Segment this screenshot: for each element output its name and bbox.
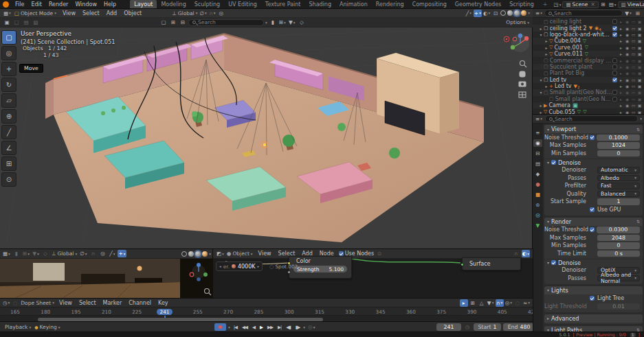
presets-icon[interactable]: ⇅: [636, 127, 640, 132]
strength-slider[interactable]: Strength 5.100: [293, 266, 347, 272]
camera-toggle-icon[interactable]: ▣: [636, 71, 643, 75]
pointer-icon[interactable]: ▸: [618, 78, 624, 82]
expand-icon[interactable]: ▸: [544, 38, 549, 43]
play-button[interactable]: ▶: [258, 325, 264, 330]
surface-socket[interactable]: [460, 263, 464, 266]
pin-icon[interactable]: ⊙: [375, 250, 384, 257]
solid-shading-icon[interactable]: [188, 251, 194, 257]
exclude-checkbox[interactable]: [612, 71, 617, 75]
outliner-row[interactable]: ▢ceiling light▸◉▭▣: [533, 19, 644, 25]
proportional-icon[interactable]: ◎▾: [504, 299, 513, 307]
monitor-icon[interactable]: ▭: [630, 51, 636, 56]
tab-view-layer[interactable]: ▤: [533, 160, 542, 167]
denoise-checkbox[interactable]: [551, 260, 556, 265]
expand-icon[interactable]: ▾: [538, 90, 544, 95]
menu-item[interactable]: Help: [100, 0, 120, 9]
gizmo-toggle-icon[interactable]: +▾: [474, 10, 482, 17]
outliner-row[interactable]: ▸▶Camera▣▸◉▭▣: [533, 102, 644, 108]
proportional-edit-icon[interactable]: ◎: [217, 10, 225, 17]
start-frame-field[interactable]: Start1: [474, 323, 501, 331]
viewport-menu-item[interactable]: View: [59, 9, 79, 18]
playback-dropdown[interactable]: Playback▾: [4, 323, 32, 331]
menu-item[interactable]: Render: [45, 0, 71, 9]
expand-icon[interactable]: ▾: [538, 32, 544, 37]
dope-menu-item[interactable]: Channel: [125, 299, 155, 307]
camera-toggle-icon[interactable]: ▣: [636, 84, 643, 89]
tab-output[interactable]: ⊟: [533, 150, 542, 157]
eye-icon[interactable]: ◉: [624, 58, 630, 63]
scene-browse-icon[interactable]: ◳▾: [553, 1, 562, 8]
eye-icon[interactable]: ◉: [624, 78, 630, 82]
shield-icon[interactable]: ◇: [298, 19, 306, 26]
play-reverse-button[interactable]: ◀: [251, 325, 256, 330]
monitor-icon[interactable]: ▭: [630, 65, 636, 69]
viewport-menu-item[interactable]: Object: [120, 9, 145, 18]
solid-shading-icon[interactable]: [507, 10, 513, 16]
panel-header[interactable]: ▾Render⇅: [544, 218, 643, 226]
annotate-icon[interactable]: ╱▾: [465, 10, 473, 17]
camera-toggle-icon[interactable]: ▣: [636, 103, 643, 108]
add-workspace-button[interactable]: +: [539, 0, 552, 9]
snap-target-icon[interactable]: ∅▾: [79, 250, 87, 257]
expand-icon[interactable]: ▸: [544, 84, 549, 89]
monitor-icon[interactable]: ▭: [630, 103, 636, 108]
wireframe-shading-icon[interactable]: [500, 10, 506, 16]
camera-toggle-icon[interactable]: ▣: [636, 45, 643, 50]
material-output-node[interactable]: Surface: [462, 257, 521, 270]
camera-toggle-icon[interactable]: ▣: [636, 90, 643, 95]
cursor-tool[interactable]: ◎: [1, 46, 16, 60]
tool-option-icon-1[interactable]: ▢: [12, 19, 21, 26]
workspace-tab[interactable]: Sculpting: [190, 0, 224, 9]
pointer-icon[interactable]: ▸: [618, 65, 624, 69]
shader-menu-item[interactable]: View: [255, 249, 275, 258]
outliner-display-mode-icon[interactable]: ≡▾: [535, 10, 543, 17]
pointer-icon[interactable]: ▸: [618, 32, 624, 37]
viewlayer-field[interactable]: ▥ViewLayer: [618, 1, 644, 8]
filter-icon[interactable]: ▼▾: [32, 250, 40, 257]
workspace-tab[interactable]: UV Editing: [224, 0, 261, 9]
panel-header[interactable]: ▸Advanced: [544, 314, 643, 323]
exclude-checkbox[interactable]: [612, 97, 617, 102]
active-tool-icon[interactable]: ▣: [3, 19, 11, 26]
noise-threshold-checkbox[interactable]: [590, 135, 595, 140]
exclude-checkbox[interactable]: [612, 78, 617, 82]
shading-dropdown-icon[interactable]: ▾: [209, 252, 211, 256]
next-slot-icon[interactable]: ▸: [258, 264, 260, 268]
snap-target-icon[interactable]: ∅▾: [199, 10, 207, 17]
outliner-row[interactable]: ▾▢Led tv▸◉▭▣: [533, 77, 644, 83]
denoise-subpanel-header[interactable]: ▾Denoise: [544, 159, 643, 166]
jump-to-start-button[interactable]: |◀: [232, 325, 238, 330]
monitor-icon[interactable]: ▭: [630, 26, 636, 31]
workspace-tab[interactable]: Compositing: [408, 0, 451, 9]
pan-hand-icon[interactable]: [520, 71, 525, 77]
shader-canvas[interactable]: Color Strength 5.100 Surface ◂ er. 4000K…: [213, 259, 533, 299]
collection-icon[interactable]: ⊞▾: [22, 250, 30, 257]
automerge-icon[interactable]: ≈▾: [522, 299, 531, 307]
frame-ruler[interactable]: 1651801952102252552702853003153303453603…: [0, 307, 533, 316]
eye-icon[interactable]: ◉: [624, 90, 630, 95]
camera-toggle-icon[interactable]: ▣: [636, 51, 643, 56]
workspace-tab[interactable]: Shading: [304, 0, 335, 9]
light-tree-checkbox[interactable]: [590, 296, 595, 301]
shader-type-dropdown[interactable]: ●Object▾: [226, 250, 254, 257]
eye-icon[interactable]: ◉: [624, 110, 630, 115]
gizmo-toggle-icon[interactable]: +▾: [118, 250, 126, 257]
workspace-tab[interactable]: Modeling: [157, 0, 190, 9]
bookmark-icon[interactable]: ▮: [12, 250, 21, 257]
select-mode-icon-2[interactable]: ⊞: [169, 19, 177, 26]
auto-key-button[interactable]: [214, 323, 226, 331]
prefilter-dropdown[interactable]: Fast▾: [597, 183, 640, 189]
outliner-row[interactable]: ▢Plant Pot Big▸◉▭▣: [533, 70, 644, 76]
emission-node[interactable]: Color Strength 5.100: [289, 256, 352, 279]
viewlayer-browse-icon[interactable]: ▤▾: [608, 1, 617, 8]
keying-dropdown[interactable]: ●Keying▾: [34, 323, 60, 331]
outliner-row[interactable]: ▸▢ceiling light 2▼◉4▸◉▭▣: [533, 25, 644, 31]
expand-icon[interactable]: ▸: [538, 103, 544, 108]
exclude-checkbox[interactable]: [612, 32, 617, 37]
workspace-tab[interactable]: Rendering: [372, 0, 408, 9]
auto-key-dropdown-icon[interactable]: ▾: [228, 325, 230, 329]
tab-scene[interactable]: ◆: [533, 170, 542, 178]
max-samples-value[interactable]: 2048: [597, 235, 640, 242]
expand-icon[interactable]: ▸: [544, 51, 549, 56]
orientation-dropdown[interactable]: ⊥Global▾: [51, 250, 78, 257]
